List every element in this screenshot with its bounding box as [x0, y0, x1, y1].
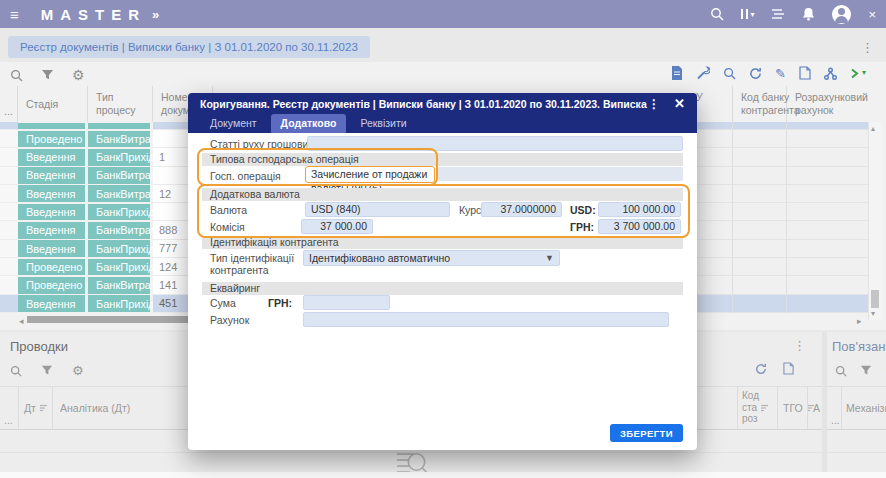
table-search-icon[interactable]	[10, 69, 23, 82]
postings-settings-icon[interactable]: ⚙	[72, 364, 84, 377]
commission-input[interactable]: 37 000.00	[301, 219, 373, 234]
pause-menu-icon[interactable]: ▾	[741, 9, 755, 19]
modal-close-icon[interactable]: ✕	[674, 96, 685, 111]
report-doc-icon[interactable]	[671, 66, 683, 80]
process-flow-icon[interactable]	[824, 67, 837, 80]
vscroll-up-icon[interactable]: ▴	[871, 124, 875, 133]
uah-amount-input[interactable]: 3 700 000.00	[598, 219, 681, 234]
refresh-icon[interactable]	[749, 67, 762, 80]
tab-requisites[interactable]: Реквізити	[350, 114, 416, 133]
related-header-row: ... Механізм	[827, 386, 886, 430]
toolbar-search-icon[interactable]	[723, 67, 736, 80]
process-badge: БанкПрихід	[88, 149, 150, 166]
stage-badge: Введення	[18, 204, 85, 221]
section-typical-operation: Типова господарська операція	[202, 153, 683, 166]
rate-input[interactable]: 37.0000000	[481, 202, 562, 217]
col-header-code[interactable]: Код ста роз	[742, 390, 769, 425]
ident-type-select[interactable]: Ідентифіковано автоматично ▼	[303, 250, 560, 266]
close-icon[interactable]: ×	[868, 7, 876, 22]
edit-pencil-icon[interactable]: ✎	[775, 67, 786, 80]
process-badge: БанкПрихід	[88, 295, 150, 312]
cashflow-input[interactable]	[307, 136, 683, 151]
process-badge: БанкПрихід	[88, 240, 150, 257]
horizontal-scrollbar[interactable]	[27, 316, 189, 323]
modal-kebab-icon[interactable]: ⋮	[648, 97, 660, 111]
top-bar: ≡ MASTER » ▾ ×	[0, 0, 886, 28]
ident-type-label: Тип ідентифікації контрагента	[210, 252, 298, 276]
search-icon[interactable]	[710, 7, 724, 21]
col-header-process[interactable]: Тип процесу	[88, 86, 153, 122]
usd-amount-input[interactable]: 100 000.00	[598, 202, 681, 217]
page-bottom	[0, 472, 886, 478]
col-header-account[interactable]: Розрахунковий рахунок	[787, 86, 868, 122]
currency-input[interactable]: USD (840)	[305, 202, 450, 217]
table-filter-icon[interactable]	[41, 69, 54, 81]
col-header-mechanism[interactable]: Механізм	[846, 402, 886, 414]
postings-ellipsis[interactable]: ...	[4, 414, 13, 426]
modal-tabs: Документ Додатково Реквізити	[188, 114, 697, 133]
related-search-icon[interactable]	[835, 365, 847, 377]
sort-icon	[39, 404, 48, 412]
playlist-icon[interactable]	[771, 8, 785, 20]
tab-document[interactable]: Документ	[200, 114, 267, 133]
document-outline-icon[interactable]	[799, 66, 811, 80]
stage-badge: Проведено	[18, 277, 85, 294]
acquiring-account-input[interactable]	[303, 312, 669, 327]
stage-badge: Введення	[18, 185, 85, 202]
process-badge: БанкПрихід	[88, 204, 150, 221]
run-process-icon[interactable]: ▾	[850, 68, 866, 79]
table-settings-icon[interactable]: ⚙	[72, 68, 85, 82]
modal-title-bar: Коригування. Реєстр документів | Виписки…	[188, 93, 697, 114]
related-ellipsis[interactable]: ...	[831, 414, 840, 426]
postings-search-icon[interactable]	[10, 365, 22, 377]
vscroll-thumb[interactable]	[871, 290, 879, 308]
stage-badge: Проведено	[18, 131, 85, 148]
rate-label: Курс	[459, 204, 481, 216]
col-header-a[interactable]: А	[813, 402, 820, 414]
tab-additional[interactable]: Додатково	[271, 114, 347, 133]
postings-refresh-icon[interactable]	[755, 363, 767, 375]
col-header-dt[interactable]: Дт	[24, 402, 48, 414]
chevron-down-icon: ▼	[545, 251, 554, 265]
stage-badge: Введення	[18, 240, 85, 257]
modal-title: Коригування. Реєстр документів | Виписки…	[200, 98, 648, 110]
sum-label: Сума	[210, 297, 236, 309]
process-badge: БанкВитрата_В	[88, 277, 150, 294]
usd-label: USD:	[570, 204, 596, 216]
col-header-analytics-dt[interactable]: Аналітика (Дт)	[60, 402, 130, 414]
user-avatar[interactable]	[832, 5, 851, 24]
sum-uah-label: ГРН:	[268, 297, 292, 309]
col-header-stage[interactable]: Стадія	[18, 86, 88, 122]
stage-badge: Введення	[18, 222, 85, 239]
postings-kebab-icon[interactable]: ⋮	[793, 338, 806, 353]
section-identification: Ідентифікація контрагента	[202, 236, 683, 249]
postings-document-icon[interactable]	[783, 362, 794, 375]
service-wrench-icon[interactable]	[696, 66, 710, 80]
header-ellipsis[interactable]: ...	[0, 86, 18, 122]
process-badge: БанкПрихід	[88, 259, 150, 276]
acquiring-sum-input[interactable]	[303, 295, 390, 310]
col-header-bank-code[interactable]: Код банку контрагента	[733, 86, 787, 122]
logo-chevrons: »	[152, 7, 159, 22]
hscroll-right-icon[interactable]: ▸	[857, 316, 862, 326]
vscroll-down-icon[interactable]: ▾	[871, 309, 875, 318]
section-acquiring: Еквайринг	[202, 282, 683, 295]
account-label: Рахунок	[210, 314, 249, 326]
vertical-scrollbar[interactable]: ▴ ▾	[868, 122, 882, 320]
op-input[interactable]: Зачисление от продажи валюты (9076)	[305, 166, 435, 183]
stage-badge: Введення	[18, 167, 85, 184]
sort-icon	[760, 404, 769, 412]
commission-label: Комісія	[210, 221, 245, 233]
op-input-extension[interactable]	[438, 167, 683, 181]
document-register-tab[interactable]: Реєстр документів | Виписки банку | З 01…	[8, 36, 370, 58]
notifications-bell-icon[interactable]	[802, 7, 815, 21]
menu-icon[interactable]: ≡	[10, 7, 19, 22]
tab-kebab-icon[interactable]: ⋮	[861, 40, 874, 55]
edit-document-modal: Коригування. Реєстр документів | Виписки…	[188, 93, 697, 450]
app-logo: MASTER	[41, 6, 146, 23]
col-header-tgo[interactable]: ТГО	[783, 402, 815, 414]
save-button[interactable]: ЗБЕРЕГТИ	[610, 424, 683, 442]
related-filter-icon[interactable]	[860, 365, 872, 376]
postings-filter-icon[interactable]	[41, 365, 53, 376]
hscroll-left-icon[interactable]: ◂	[19, 316, 24, 326]
